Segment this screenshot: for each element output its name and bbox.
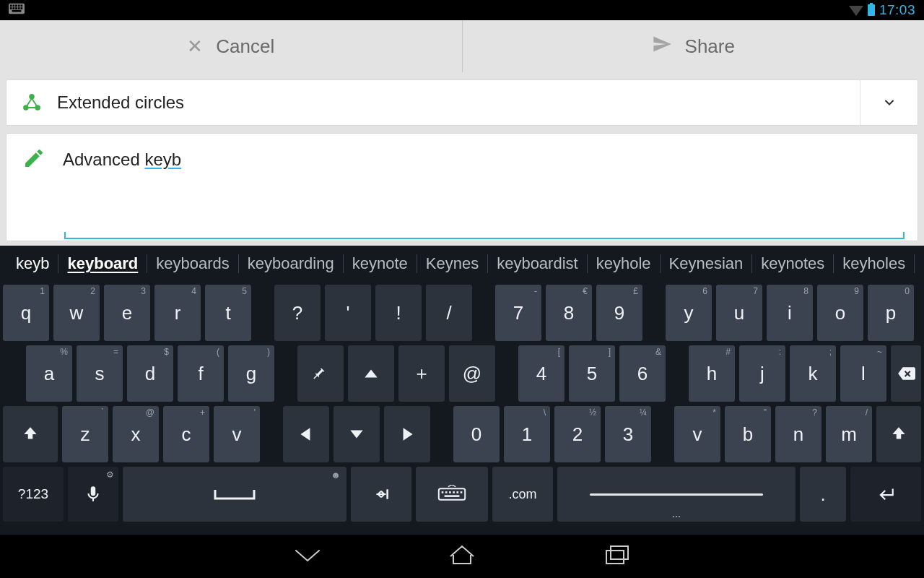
key-g[interactable]: g): [228, 345, 274, 402]
key-shift-left[interactable]: [3, 406, 58, 462]
key-pin[interactable]: [297, 345, 344, 402]
key-v2[interactable]: v*: [674, 406, 720, 462]
key-exclaim[interactable]: !: [375, 285, 422, 341]
suggestion[interactable]: keyholes: [833, 254, 914, 273]
suggestion[interactable]: ke: [914, 254, 924, 273]
text-field-underline: [64, 232, 905, 239]
suggestion[interactable]: keynotes: [751, 254, 833, 273]
pencil-icon: [22, 147, 45, 173]
key-arrow-left[interactable]: [283, 406, 329, 462]
svg-rect-1: [10, 4, 12, 7]
key-slash[interactable]: /: [426, 285, 472, 341]
svg-rect-23: [606, 551, 624, 564]
suggestion[interactable]: Keynes: [417, 254, 487, 273]
key-z[interactable]: z`: [62, 406, 108, 462]
key-h[interactable]: h#: [689, 345, 735, 402]
key-symbols[interactable]: ?123: [3, 467, 64, 522]
key-i[interactable]: i8: [767, 285, 813, 341]
key-5[interactable]: 5]: [569, 345, 615, 402]
svg-rect-20: [457, 491, 459, 493]
svg-rect-8: [15, 7, 17, 9]
key-q[interactable]: q1: [3, 285, 49, 341]
key-arrow-down[interactable]: [334, 406, 380, 462]
key-k[interactable]: k;: [790, 345, 836, 402]
key-hide-keyboard[interactable]: [416, 467, 488, 522]
key-d[interactable]: d$: [127, 345, 173, 402]
share-button[interactable]: Share: [463, 20, 925, 72]
key-question[interactable]: ?: [274, 285, 321, 341]
nav-recents-icon[interactable]: [601, 542, 632, 571]
key-enter[interactable]: [850, 467, 921, 522]
battery-icon: [868, 4, 875, 16]
key-t[interactable]: t5: [205, 285, 251, 341]
key-a[interactable]: a%: [26, 345, 72, 402]
key-tab[interactable]: [351, 467, 411, 522]
key-j[interactable]: j:: [739, 345, 785, 402]
key-y[interactable]: y6: [666, 285, 712, 341]
chevron-down-icon[interactable]: [860, 80, 918, 125]
key-s[interactable]: s=: [77, 345, 123, 402]
key-7[interactable]: 7-: [495, 285, 541, 341]
nav-back-icon[interactable]: [292, 542, 323, 571]
compose-input[interactable]: Advanced keyb: [63, 147, 181, 170]
suggestion[interactable]: keyboard: [58, 254, 147, 273]
key-e[interactable]: e3: [104, 285, 150, 341]
key-b[interactable]: b": [725, 406, 771, 462]
cancel-button[interactable]: ✕ Cancel: [0, 20, 463, 72]
svg-rect-5: [21, 4, 23, 7]
key-plus[interactable]: +: [398, 345, 445, 402]
key-o[interactable]: o9: [817, 285, 863, 341]
key-n[interactable]: n?: [775, 406, 821, 462]
key-at[interactable]: @: [449, 345, 495, 402]
suggestion[interactable]: keynote: [343, 254, 417, 273]
svg-rect-4: [18, 4, 20, 7]
key-6[interactable]: 6&: [619, 345, 666, 402]
svg-rect-9: [18, 7, 20, 9]
circles-icon: [6, 92, 57, 113]
key-v[interactable]: v': [214, 406, 260, 462]
key-shift-right[interactable]: [876, 406, 921, 462]
keyboard: keyb keyboard keyboards keyboarding keyn…: [0, 246, 924, 535]
key-l[interactable]: l~: [840, 345, 886, 402]
key-3[interactable]: 3¼: [605, 406, 651, 462]
key-1[interactable]: 1\: [504, 406, 550, 462]
key-x[interactable]: x@: [113, 406, 159, 462]
suggestion[interactable]: keyboardist: [487, 254, 587, 273]
key-f[interactable]: f(: [178, 345, 224, 402]
key-8[interactable]: 8€: [546, 285, 592, 341]
suggestion[interactable]: Keynesian: [660, 254, 752, 273]
key-dotcom[interactable]: .com: [492, 467, 553, 522]
key-u[interactable]: u7: [716, 285, 762, 341]
keyboard-indicator-icon: [9, 2, 25, 19]
key-m[interactable]: m/: [826, 406, 872, 462]
key-p[interactable]: p0: [868, 285, 914, 341]
share-label: Share: [685, 35, 735, 58]
suggestion[interactable]: keyboarding: [238, 254, 343, 273]
wifi-icon: [849, 6, 863, 16]
key-apostrophe[interactable]: ': [325, 285, 371, 341]
suggestion[interactable]: keyboards: [147, 254, 238, 273]
suggestion[interactable]: keyhole: [587, 254, 660, 273]
key-2[interactable]: 2½: [554, 406, 601, 462]
suggestion[interactable]: keyb: [7, 254, 58, 273]
key-period[interactable]: .: [800, 467, 846, 522]
key-9[interactable]: 9£: [596, 285, 642, 341]
key-0[interactable]: 0: [453, 406, 500, 462]
key-backspace[interactable]: [891, 345, 921, 402]
audience-selector[interactable]: Extended circles: [6, 79, 918, 126]
key-arrow-right[interactable]: [384, 406, 430, 462]
key-space-left[interactable]: ☻: [123, 467, 346, 522]
key-c[interactable]: c+: [163, 406, 209, 462]
key-rows: q1 w2 e3 r4 t5 ? ' ! / 7- 8€ 9£ y6 u7 i8…: [0, 282, 924, 535]
key-w[interactable]: w2: [53, 285, 100, 341]
key-mic[interactable]: ⚙: [68, 467, 118, 522]
key-row-4: ?123 ⚙ ☻ .com .: [3, 467, 921, 522]
key-arrow-up[interactable]: [348, 345, 394, 402]
key-space-right[interactable]: [557, 467, 796, 522]
svg-rect-10: [21, 7, 23, 9]
nav-home-icon[interactable]: [446, 542, 478, 571]
key-r[interactable]: r4: [154, 285, 201, 341]
svg-rect-15: [439, 488, 465, 500]
suggestion-bar: keyb keyboard keyboards keyboarding keyn…: [0, 246, 924, 282]
key-4[interactable]: 4[: [518, 345, 565, 402]
